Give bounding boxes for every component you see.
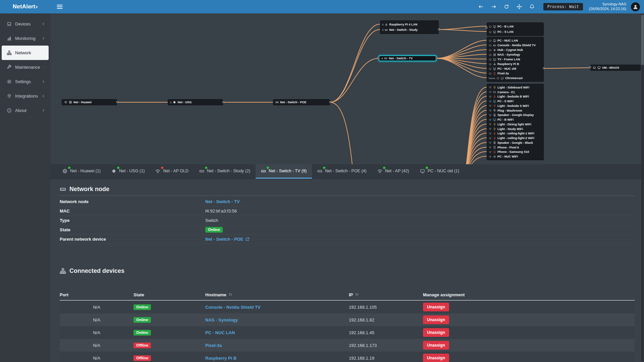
node-tab[interactable]: Net - AP OLD xyxy=(150,164,194,179)
link-type-icon xyxy=(489,146,492,149)
topology-device-row[interactable]: Speaker - Google - Black xyxy=(487,140,543,145)
state-badge: Online xyxy=(133,330,151,336)
scrollbar-thumb[interactable] xyxy=(641,15,644,65)
topology-device-row[interactable]: Phone - Samsung S10 xyxy=(487,150,543,155)
topology-device-row[interactable]: PC - S LAN xyxy=(487,29,543,35)
device-icon xyxy=(493,123,496,126)
device-label: Light - bedside S WiFi xyxy=(497,104,529,108)
node-tab[interactable]: Net - Switch - TV (9) xyxy=(256,164,312,179)
unassign-button[interactable]: Unassign xyxy=(423,303,449,311)
topology-device-row[interactable]: PC - S WiFi xyxy=(487,99,543,104)
hostname-link[interactable]: NAS - Synology xyxy=(205,317,238,322)
menu-toggle-icon[interactable] xyxy=(56,3,63,10)
topology-device-row[interactable]: NAS - Synology xyxy=(487,52,543,57)
link-type-icon xyxy=(489,150,492,154)
device-label: PC - S WiFi xyxy=(497,100,514,103)
node-tab[interactable]: Net - Switch - POE (4) xyxy=(312,164,372,179)
sidebar-item[interactable]: Devices xyxy=(2,17,49,31)
unassign-button[interactable]: Unassign xyxy=(423,341,449,350)
topology-device-row[interactable]: Light - bedside B WiFi xyxy=(487,95,543,99)
link-type-icon xyxy=(489,155,492,158)
topology-device-row[interactable]: 3 Net - Switch - Study xyxy=(380,27,438,33)
hostname-link[interactable]: PC - NUC LAN xyxy=(205,330,235,335)
device-icon xyxy=(493,86,496,89)
topology-device-row[interactable]: Speaker - Google Display xyxy=(487,113,543,118)
topology-device-row[interactable]: Console - Nvidia Shield TV xyxy=(487,43,543,48)
device-icon xyxy=(493,95,496,98)
topology-device-row[interactable]: Hub - Cygnet Hub xyxy=(487,48,543,52)
node-tab[interactable]: Net - USG (1) xyxy=(106,164,150,179)
col-hostname[interactable]: Hostname xyxy=(205,292,349,297)
link-type-icon xyxy=(489,90,492,94)
sidebar-item[interactable]: Network xyxy=(2,46,49,60)
topology-device-row[interactable]: TV - Frame LAN xyxy=(487,57,543,62)
sidebar-item[interactable]: About xyxy=(2,103,49,118)
node-label: VM - WinOS xyxy=(602,66,619,69)
topology-device-row[interactable]: PC - B LAN xyxy=(487,24,543,29)
refresh-icon[interactable] xyxy=(504,4,509,9)
server-info: Synology-NAS (26/06/2024, 14:22:16) xyxy=(589,2,626,11)
sidebar-item-icon xyxy=(7,79,12,84)
pc-icon xyxy=(597,66,601,69)
link-type-icon xyxy=(489,132,492,135)
node-tab[interactable]: Net - Switch - Study (2) xyxy=(194,164,256,179)
sort-icon[interactable] xyxy=(355,293,359,297)
topology-device-row[interactable]: Pixel-3a xyxy=(487,71,543,76)
link-type-icon xyxy=(489,127,492,130)
external-link-icon[interactable] xyxy=(245,237,250,241)
topology-device-row[interactable]: Light - ceiling-light-1 WiFi xyxy=(487,131,543,136)
topology-device-row[interactable]: None Chromecast xyxy=(487,76,543,80)
unassign-button[interactable]: Unassign xyxy=(423,315,449,324)
topology-node-net-switch-tv[interactable]: 4 Net - Switch - TV xyxy=(379,55,436,61)
sidebar-item[interactable]: Maintenance xyxy=(2,60,49,74)
col-ip[interactable]: IP xyxy=(349,292,423,297)
topology-node-net-usg[interactable]: 1 Net - USG xyxy=(168,99,223,105)
topology-node-vm-winos[interactable]: VM - WinOS xyxy=(590,65,641,71)
topology-node-net-switch-poe[interactable]: Net - Switch - POE xyxy=(273,99,330,105)
sort-icon[interactable] xyxy=(228,293,232,297)
forward-icon[interactable] xyxy=(491,4,496,9)
topology-device-row[interactable]: Light - Sideboard WiFi xyxy=(487,85,543,90)
hostname-link[interactable]: Pixel-3a xyxy=(205,343,222,348)
user-avatar[interactable] xyxy=(631,2,640,11)
topology-device-row[interactable]: Light - ceiling-light-2 WiFi xyxy=(487,136,543,140)
topology-device-row[interactable]: PC - NUC LAN xyxy=(487,38,543,43)
topology-device-row[interactable]: Light - Dining light WiFi xyxy=(487,122,543,127)
scrollbar[interactable] xyxy=(641,14,644,362)
topology-device-row[interactable]: Light - bedside S WiFi xyxy=(487,104,543,108)
device-label: NAS - Synology xyxy=(497,53,520,56)
hostname-link[interactable]: Raspberry Pi B xyxy=(205,356,236,361)
device-label: Light - ceiling-light-1 WiFi xyxy=(497,132,534,135)
topology-device-row[interactable]: Raspberry Pi B xyxy=(487,62,543,66)
topology-device-row[interactable]: Camera - E1 xyxy=(487,90,543,95)
unassign-button[interactable]: Unassign xyxy=(423,328,449,337)
topology-device-row[interactable]: PC - B WiFi xyxy=(487,117,543,122)
topology-device-row[interactable]: 5 Raspberry Pi 4 LAN xyxy=(380,22,438,27)
topology-node-net-huawei[interactable]: Net - Huawei xyxy=(62,99,117,105)
topology-device-row[interactable]: PC - NUC old xyxy=(487,66,543,71)
node-tab[interactable]: Net - AP (42) xyxy=(372,164,415,179)
hostname-link[interactable]: Console - Nvidia Shield TV xyxy=(205,305,261,310)
unassign-button[interactable]: Unassign xyxy=(423,354,449,362)
sidebar-item[interactable]: Monitoring xyxy=(2,31,49,46)
move-icon[interactable] xyxy=(517,4,522,9)
sidebar-item[interactable]: Settings xyxy=(2,74,49,89)
topology-device-row[interactable]: Plug - Washroom xyxy=(487,108,543,113)
back-icon[interactable] xyxy=(478,4,484,9)
topology-device-row[interactable]: Phone - Pixel 6 xyxy=(487,145,543,150)
topology-device-row[interactable]: Light - Study WiFi xyxy=(487,127,543,131)
sidebar-item[interactable]: Integrations xyxy=(2,89,49,103)
chevron-left-icon xyxy=(42,80,45,83)
network-node-link[interactable]: Net - Switch - TV xyxy=(205,199,240,204)
notifications-icon[interactable] xyxy=(529,4,535,9)
device-icon xyxy=(493,146,496,149)
ip-cell: 192.168.1.82 xyxy=(349,317,423,322)
topology-device-row[interactable]: PC - NUC WiFi xyxy=(487,154,543,159)
node-tab[interactable]: PC - NUC old (1) xyxy=(415,164,465,179)
process-status[interactable]: Process: Wait xyxy=(543,3,583,10)
node-tab[interactable]: Net - Huawei (1) xyxy=(57,164,106,179)
link-type-icon xyxy=(489,95,492,98)
tab-icon xyxy=(199,169,204,174)
node-label: Net - Switch - POE xyxy=(280,101,307,104)
parent-node-link[interactable]: Net - Switch - POE xyxy=(205,237,243,242)
